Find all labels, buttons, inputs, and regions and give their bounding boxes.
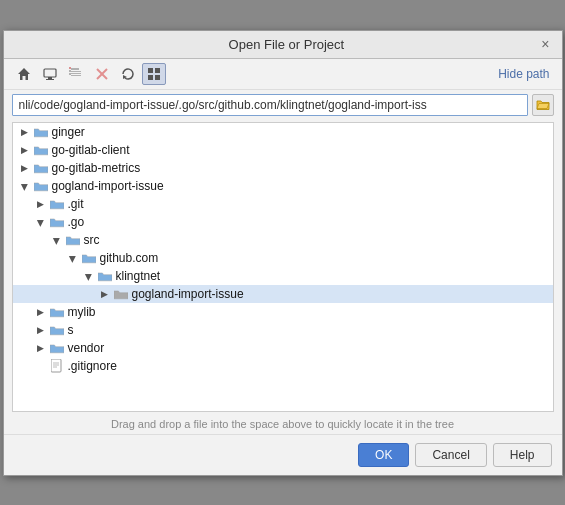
tree-item-label: gogland-import-issue: [132, 287, 244, 301]
svg-rect-1: [44, 69, 56, 77]
tree-item-label: .git: [68, 197, 84, 211]
folder-icon: [49, 215, 65, 229]
tree-item-label: go-gitlab-metrics: [52, 161, 141, 175]
folder-icon: [97, 269, 113, 283]
title-bar: Open File or Project ×: [4, 31, 562, 59]
svg-rect-3: [46, 79, 54, 80]
desktop-button[interactable]: [38, 63, 62, 85]
tree-arrow: ▶: [84, 269, 94, 285]
open-dialog: Open File or Project ×: [3, 30, 563, 476]
folder-icon: [65, 233, 81, 247]
svg-rect-4: [71, 68, 79, 70]
view-button[interactable]: [142, 63, 166, 85]
toolbar-buttons: [12, 63, 166, 85]
path-row: [4, 90, 562, 120]
tree-arrow: ▶: [97, 289, 113, 299]
tree-arrow: ▶: [52, 233, 62, 249]
hide-path-button[interactable]: Hide path: [494, 65, 553, 83]
tree-item[interactable]: ▶ go-gitlab-metrics: [13, 159, 553, 177]
folder-icon: [33, 161, 49, 175]
tree-arrow: ▶: [68, 251, 78, 267]
svg-rect-7: [71, 75, 81, 76]
tree-item[interactable]: ▶ s: [13, 321, 553, 339]
tree-item-label: .gitignore: [68, 359, 117, 373]
refresh-icon: [121, 67, 135, 81]
tree-arrow: ▶: [17, 163, 33, 173]
folder-icon: [49, 323, 65, 337]
svg-rect-5: [71, 71, 81, 72]
folder-icon: [81, 251, 97, 265]
desktop-icon: [43, 67, 57, 81]
folder-icon: [113, 287, 129, 301]
tree-arrow: ▶: [33, 325, 49, 335]
tree-item[interactable]: ▶ klingtnet: [13, 267, 553, 285]
tree-item-label: mylib: [68, 305, 96, 319]
tree-arrow: ▶: [17, 145, 33, 155]
tree-item-label: vendor: [68, 341, 105, 355]
browse-button[interactable]: [532, 94, 554, 116]
tree-item[interactable]: ▶ gogland-import-issue: [13, 285, 553, 303]
home-icon: [17, 67, 31, 81]
tree-arrow: ▶: [17, 127, 33, 137]
tree-arrow: ▶: [20, 179, 30, 195]
svg-rect-2: [48, 77, 52, 79]
svg-rect-14: [148, 68, 153, 73]
tree-item[interactable]: .gitignore: [13, 357, 553, 375]
tree-item[interactable]: ▶ .go: [13, 213, 553, 231]
delete-icon: [95, 67, 109, 81]
tree-arrow: ▶: [33, 343, 49, 353]
ok-button[interactable]: OK: [358, 443, 409, 467]
folder-icon: [49, 197, 65, 211]
footer: OK Cancel Help: [4, 434, 562, 475]
svg-rect-16: [148, 75, 153, 80]
svg-rect-10: [69, 73, 71, 75]
cancel-button[interactable]: Cancel: [415, 443, 486, 467]
recent-icon: [69, 67, 83, 81]
folder-icon: [49, 359, 65, 373]
tree-item-label: go-gitlab-client: [52, 143, 130, 157]
dialog-title: Open File or Project: [34, 37, 540, 52]
close-button[interactable]: ×: [539, 37, 551, 51]
tree-item-label: github.com: [100, 251, 159, 265]
recent-button[interactable]: [64, 63, 88, 85]
svg-rect-17: [155, 75, 160, 80]
tree-item[interactable]: ▶ gogland-import-issue: [13, 177, 553, 195]
svg-marker-0: [18, 68, 30, 80]
view-icon: [147, 67, 161, 81]
help-button[interactable]: Help: [493, 443, 552, 467]
delete-button[interactable]: [90, 63, 114, 85]
tree-item[interactable]: ▶ ginger: [13, 123, 553, 141]
folder-icon: [33, 125, 49, 139]
folder-open-icon: [536, 98, 550, 112]
tree-item-label: src: [84, 233, 100, 247]
tree-item-label: s: [68, 323, 74, 337]
tree-arrow: ▶: [33, 307, 49, 317]
svg-rect-15: [155, 68, 160, 73]
tree-item[interactable]: ▶ go-gitlab-client: [13, 141, 553, 159]
svg-rect-8: [69, 67, 71, 69]
folder-icon: [49, 341, 65, 355]
tree-arrow: ▶: [36, 215, 46, 231]
home-button[interactable]: [12, 63, 36, 85]
tree-item[interactable]: ▶ .git: [13, 195, 553, 213]
toolbar: Hide path: [4, 59, 562, 90]
file-tree[interactable]: ▶ ginger▶ go-gitlab-client▶ go-gitlab-me…: [12, 122, 554, 412]
tree-item-label: ginger: [52, 125, 85, 139]
tree-arrow: ▶: [33, 199, 49, 209]
tree-item-label: .go: [68, 215, 85, 229]
folder-icon: [33, 179, 49, 193]
folder-icon: [33, 143, 49, 157]
tree-item-label: klingtnet: [116, 269, 161, 283]
folder-icon: [49, 305, 65, 319]
path-input[interactable]: [12, 94, 528, 116]
tree-item[interactable]: ▶ mylib: [13, 303, 553, 321]
drag-hint: Drag and drop a file into the space abov…: [4, 414, 562, 434]
tree-item[interactable]: ▶ src: [13, 231, 553, 249]
svg-rect-6: [71, 73, 81, 74]
svg-rect-9: [69, 70, 71, 72]
tree-item[interactable]: ▶ vendor: [13, 339, 553, 357]
tree-item[interactable]: ▶ github.com: [13, 249, 553, 267]
refresh-button[interactable]: [116, 63, 140, 85]
tree-item-label: gogland-import-issue: [52, 179, 164, 193]
